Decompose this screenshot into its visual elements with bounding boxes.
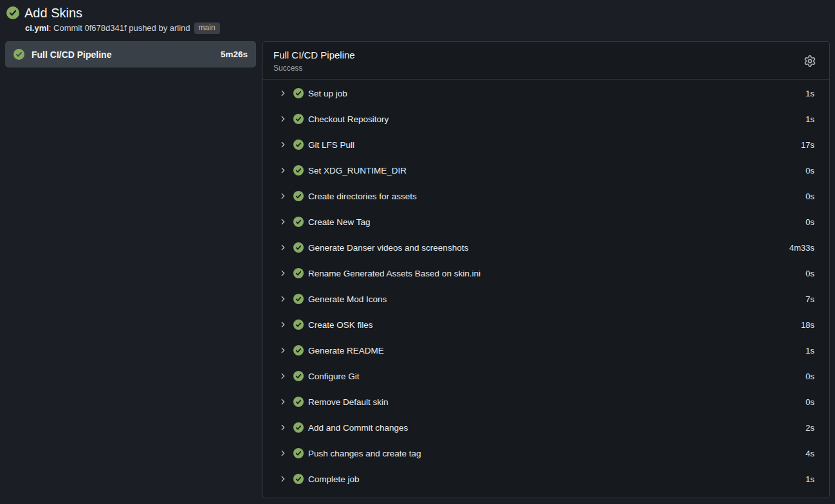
step-row[interactable]: Checkout Repository1s xyxy=(263,106,829,132)
step-name: Remove Default skin xyxy=(308,397,389,407)
jobs-sidebar: Full CI/CD Pipeline 5m26s xyxy=(5,41,256,498)
check-circle-icon xyxy=(293,88,304,98)
author-link[interactable]: arlind xyxy=(170,23,190,33)
step-name: Generate Danser videos and screenshots xyxy=(308,243,468,253)
actions-run-page: Add Skins ci.yml: Commit 0f678d341f push… xyxy=(0,0,835,504)
step-row[interactable]: Configure Git0s xyxy=(263,363,829,389)
chevron-right-icon[interactable] xyxy=(279,192,287,200)
step-row[interactable]: Rename Generated Assets Based on skin.in… xyxy=(263,260,829,286)
check-circle-icon xyxy=(293,140,304,150)
step-duration: 1s xyxy=(805,114,814,124)
check-circle-icon xyxy=(293,217,304,227)
step-duration: 0s xyxy=(805,192,814,201)
step-name: Set XDG_RUNTIME_DIR xyxy=(308,166,407,176)
step-name: Set up job xyxy=(308,89,347,98)
chevron-right-icon[interactable] xyxy=(279,269,287,277)
chevron-right-icon[interactable] xyxy=(279,218,287,226)
step-duration: 0s xyxy=(805,166,814,176)
step-row[interactable]: Git LFS Pull17s xyxy=(263,132,829,158)
sidebar-job-item-full-pipeline[interactable]: Full CI/CD Pipeline 5m26s xyxy=(5,41,256,68)
chevron-right-icon[interactable] xyxy=(279,321,287,328)
run-subtitle: ci.yml: Commit 0f678d341f pushed by arli… xyxy=(25,22,829,34)
job-status-text: Success xyxy=(273,64,355,73)
step-name: Configure Git xyxy=(308,372,360,381)
workflow-file-name: ci.yml xyxy=(25,23,49,33)
check-circle-icon xyxy=(293,242,304,253)
chevron-right-icon[interactable] xyxy=(279,141,287,148)
step-duration: 4s xyxy=(805,449,814,458)
check-circle-icon xyxy=(293,397,304,407)
check-circle-icon xyxy=(293,165,304,176)
commit-text: : Commit xyxy=(49,23,85,33)
step-name: Complete job xyxy=(308,474,360,484)
step-duration: 18s xyxy=(801,320,814,330)
step-row[interactable]: Create New Tag0s xyxy=(263,209,829,235)
chevron-right-icon[interactable] xyxy=(279,449,287,457)
step-row[interactable]: Generate Danser videos and screenshots4m… xyxy=(263,235,829,260)
step-name: Checkout Repository xyxy=(308,114,389,124)
chevron-right-icon[interactable] xyxy=(279,424,287,431)
pushed-by-text: pushed by xyxy=(127,23,170,33)
job-detail-panel: Full CI/CD Pipeline Success Set up job1s… xyxy=(262,41,830,498)
step-duration: 1s xyxy=(805,474,814,484)
check-circle-icon xyxy=(293,422,304,433)
step-list: Set up job1s Checkout Repository1s Git L… xyxy=(263,80,829,498)
step-name: Create directories for assets xyxy=(308,192,417,201)
step-row[interactable]: Generate README1s xyxy=(263,338,829,363)
check-circle-icon xyxy=(293,345,304,356)
job-panel-header: Full CI/CD Pipeline Success xyxy=(263,42,829,80)
chevron-right-icon[interactable] xyxy=(279,166,287,174)
step-name: Git LFS Pull xyxy=(308,140,354,150)
step-name: Generate README xyxy=(308,346,384,356)
commit-sha-link[interactable]: 0f678d341f xyxy=(84,23,126,33)
check-circle-icon xyxy=(293,268,304,278)
branch-badge[interactable]: main xyxy=(194,22,220,34)
step-name: Push changes and create tag xyxy=(308,449,421,458)
chevron-right-icon[interactable] xyxy=(279,475,287,483)
step-name: Rename Generated Assets Based on skin.in… xyxy=(308,269,481,278)
step-duration: 0s xyxy=(805,217,814,227)
step-row[interactable]: Add and Commit changes2s xyxy=(263,415,829,440)
job-success-check-circle-icon xyxy=(14,49,24,60)
chevron-right-icon[interactable] xyxy=(279,115,287,123)
step-duration: 1s xyxy=(805,89,814,98)
step-duration: 0s xyxy=(805,397,814,407)
check-circle-icon xyxy=(293,320,304,330)
run-success-check-circle-icon xyxy=(6,6,19,19)
step-row[interactable]: Push changes and create tag4s xyxy=(263,440,829,466)
step-row[interactable]: Complete job1s xyxy=(263,466,829,492)
check-circle-icon xyxy=(293,114,304,124)
step-duration: 2s xyxy=(805,423,814,433)
step-name: Add and Commit changes xyxy=(308,423,408,433)
chevron-right-icon[interactable] xyxy=(279,295,287,303)
step-row[interactable]: Create OSK files18s xyxy=(263,312,829,338)
step-row[interactable]: Set up job1s xyxy=(263,80,829,106)
step-duration: 1s xyxy=(805,346,814,356)
check-circle-icon xyxy=(293,474,304,484)
job-panel-title: Full CI/CD Pipeline xyxy=(273,49,355,61)
chevron-right-icon[interactable] xyxy=(279,372,287,380)
job-settings-button[interactable] xyxy=(801,53,819,69)
run-header: Add Skins ci.yml: Commit 0f678d341f push… xyxy=(5,5,830,34)
job-name: Full CI/CD Pipeline xyxy=(32,50,111,60)
step-name: Create OSK files xyxy=(308,320,373,330)
step-row[interactable]: Create directories for assets0s xyxy=(263,183,829,209)
job-duration: 5m26s xyxy=(221,50,248,59)
step-row[interactable]: Remove Default skin0s xyxy=(263,389,829,415)
step-row[interactable]: Generate Mod Icons7s xyxy=(263,286,829,312)
step-name: Create New Tag xyxy=(308,217,371,227)
chevron-right-icon[interactable] xyxy=(279,398,287,406)
step-duration: 0s xyxy=(805,269,814,278)
chevron-right-icon[interactable] xyxy=(279,89,287,97)
step-name: Generate Mod Icons xyxy=(308,294,387,304)
step-duration: 0s xyxy=(805,372,814,381)
check-circle-icon xyxy=(293,371,304,381)
run-title: Add Skins xyxy=(24,5,82,21)
step-duration: 17s xyxy=(801,140,814,150)
chevron-right-icon[interactable] xyxy=(279,244,287,251)
gear-icon xyxy=(804,55,816,67)
step-row[interactable]: Set XDG_RUNTIME_DIR0s xyxy=(263,158,829,183)
check-circle-icon xyxy=(293,448,304,458)
chevron-right-icon[interactable] xyxy=(279,346,287,354)
step-duration: 7s xyxy=(805,294,814,304)
